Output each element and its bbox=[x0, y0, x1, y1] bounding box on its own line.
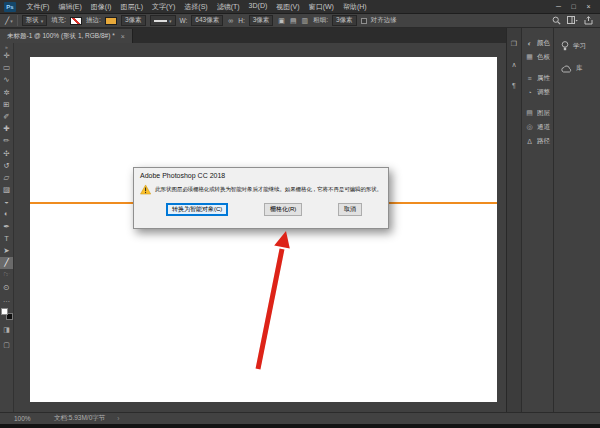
maximize-button[interactable]: □ bbox=[566, 3, 581, 10]
canvas-area: Adobe Photoshop CC 2018 此形状图层必须栅格化或转换为智能… bbox=[14, 43, 506, 412]
screen-mode-icon[interactable]: ▢ bbox=[3, 339, 10, 350]
panel-tab-button[interactable]: Δ路径 bbox=[522, 135, 553, 147]
eraser-tool[interactable]: ▱ bbox=[0, 172, 13, 184]
status-options-chevron-icon[interactable]: › bbox=[117, 415, 119, 422]
stroke-swatch[interactable] bbox=[105, 17, 117, 25]
menubar-item[interactable]: 选择(S) bbox=[180, 2, 212, 12]
menubar-item[interactable]: 帮助(H) bbox=[338, 2, 371, 12]
weight-field[interactable]: 3像素 bbox=[332, 15, 357, 26]
path-arrangement-icon[interactable]: ▥ bbox=[301, 17, 310, 25]
hand-tool[interactable]: ☞ bbox=[0, 269, 13, 281]
tool-options-bar: ╱ ▾ 形状 ▾ 填充: 描边: 3像素 ▾ W: 643像素 ∞ H: 3像素… bbox=[0, 13, 600, 28]
clone-stamp-tool[interactable]: ✣ bbox=[0, 148, 13, 160]
chevron-down-icon: ▾ bbox=[41, 18, 44, 24]
panel-tab-button[interactable]: ▦色板 bbox=[522, 51, 553, 63]
link-dimensions-icon[interactable]: ∞ bbox=[227, 17, 234, 24]
dialog-title: Adobe Photoshop CC 2018 bbox=[140, 172, 382, 179]
panel-tab-button[interactable]: ≡属性 bbox=[522, 72, 553, 84]
menubar-item[interactable]: 图层(L) bbox=[116, 2, 148, 12]
width-label: W: bbox=[180, 17, 188, 24]
search-icon[interactable] bbox=[552, 16, 561, 25]
zoom-level-field[interactable]: 100% bbox=[14, 415, 54, 422]
zoom-tool[interactable]: ⊙ bbox=[0, 282, 13, 294]
foreground-color-swatch[interactable] bbox=[1, 308, 8, 315]
share-icon[interactable] bbox=[584, 16, 593, 25]
quick-mask-icon[interactable]: ◨ bbox=[3, 324, 10, 335]
collapsed-panel-icon-3[interactable]: ¶ bbox=[512, 82, 516, 89]
fill-label: 填充: bbox=[51, 16, 66, 25]
photoshop-logo-icon: Ps bbox=[4, 2, 16, 12]
line-tool-preset-icon[interactable]: ╱ ▾ bbox=[5, 17, 13, 25]
panel-tab-button[interactable]: ◔调整 bbox=[522, 86, 553, 98]
menubar-item[interactable]: 滤镜(T) bbox=[212, 2, 244, 12]
collapsed-panel-icon-2[interactable]: ∧ bbox=[511, 61, 516, 69]
line-style-icon bbox=[154, 20, 167, 22]
stroke-style-dropdown[interactable]: ▾ bbox=[150, 15, 176, 26]
menubar-item[interactable]: 视图(V) bbox=[272, 2, 304, 12]
panel-tab-button[interactable]: ▤图层 bbox=[522, 107, 553, 119]
path-operations-icon[interactable]: ▣ bbox=[277, 17, 286, 25]
eyedropper-tool[interactable]: ✐ bbox=[0, 111, 13, 123]
cancel-button[interactable]: 取消 bbox=[338, 203, 362, 216]
healing-brush-tool[interactable]: ✚ bbox=[0, 123, 13, 135]
document-canvas[interactable] bbox=[30, 57, 497, 402]
gradient-tool[interactable]: ▨ bbox=[0, 184, 13, 196]
marquee-tool[interactable]: ▭ bbox=[0, 62, 13, 74]
dodge-tool[interactable]: ◐ bbox=[0, 208, 13, 220]
path-select-tool[interactable]: ➤ bbox=[0, 245, 13, 257]
menubar-item[interactable]: 文件(F) bbox=[22, 2, 54, 12]
rasterize-button[interactable]: 栅格化(R) bbox=[264, 203, 302, 216]
close-button[interactable]: × bbox=[581, 3, 596, 10]
menubar-item[interactable]: 3D(D) bbox=[244, 2, 272, 12]
workspace-switcher-icon[interactable] bbox=[567, 16, 578, 25]
panel-tab-button[interactable]: ◎通道 bbox=[522, 121, 553, 133]
tool-mode-dropdown[interactable]: 形状 ▾ bbox=[22, 15, 48, 26]
shape-height-field[interactable]: 3像素 bbox=[249, 15, 274, 26]
tools-panel: » ✛▭∿✲⊞✐✚✏✣↺▱▨◒◐✒T➤╱☞⊙… ◨ ▢ bbox=[0, 43, 14, 412]
stroke-width-field[interactable]: 3像素 bbox=[121, 15, 146, 26]
panel-icon: ◐ bbox=[525, 40, 534, 47]
convert-to-smart-object-button[interactable]: 转换为智能对象(C) bbox=[166, 203, 228, 216]
menu-bar: Ps 文件(F)编辑(E)图像(I)图层(L)文字(Y)选择(S)滤镜(T)3D… bbox=[0, 0, 600, 13]
brush-tool[interactable]: ✏ bbox=[0, 135, 13, 147]
chevron-down-icon: ▾ bbox=[10, 18, 13, 24]
type-tool[interactable]: T bbox=[0, 233, 13, 245]
stroke-label: 描边: bbox=[86, 16, 101, 25]
libraries-panel-button[interactable]: 库 bbox=[561, 64, 600, 73]
collapsed-panel-icon-1[interactable]: ❐ bbox=[511, 40, 517, 48]
weight-label: 粗细: bbox=[313, 16, 328, 25]
quick-select-tool[interactable]: ✲ bbox=[0, 87, 13, 99]
history-brush-tool[interactable]: ↺ bbox=[0, 160, 13, 172]
align-edges-checkbox[interactable] bbox=[361, 18, 367, 24]
crop-tool[interactable]: ⊞ bbox=[0, 99, 13, 111]
line-tool[interactable]: ╱ bbox=[0, 257, 13, 269]
blur-tool[interactable]: ◒ bbox=[0, 196, 13, 208]
document-tab-title: 未标题-1 @ 100% (形状 1, RGB/8#) * bbox=[7, 32, 115, 41]
menubar-item[interactable]: 文字(Y) bbox=[147, 2, 179, 12]
more-tools[interactable]: … bbox=[0, 294, 13, 306]
fill-swatch[interactable] bbox=[70, 17, 82, 25]
panel-icon: ▦ bbox=[525, 53, 534, 61]
panel-icon: ≡ bbox=[525, 75, 534, 82]
lasso-tool[interactable]: ∿ bbox=[0, 74, 13, 86]
learn-panel-button[interactable]: 学习 bbox=[561, 41, 600, 51]
close-tab-icon[interactable]: × bbox=[121, 33, 125, 40]
window-controls: ─□× bbox=[551, 3, 596, 10]
pen-tool[interactable]: ✒ bbox=[0, 221, 13, 233]
align-edges-label: 对齐边缘 bbox=[371, 16, 397, 25]
panel-dock: ❐∧¶ ◐颜色▦色板 ≡属性◔调整 ▤图层◎通道Δ路径 学习 bbox=[506, 28, 600, 412]
photoshop-window: Ps 文件(F)编辑(E)图像(I)图层(L)文字(Y)选择(S)滤镜(T)3D… bbox=[0, 0, 600, 428]
menubar-item[interactable]: 编辑(E) bbox=[54, 2, 86, 12]
panel-tab-button[interactable]: ◐颜色 bbox=[522, 37, 553, 49]
move-tool[interactable]: ✛ bbox=[0, 50, 13, 62]
menubar-item[interactable]: 窗口(W) bbox=[304, 2, 338, 12]
document-tab[interactable]: 未标题-1 @ 100% (形状 1, RGB/8#) * × bbox=[0, 29, 133, 43]
status-bar: 100% 文档:5.93M/0字节 › bbox=[0, 412, 600, 424]
minimize-button[interactable]: ─ bbox=[551, 3, 566, 10]
options-bar-right bbox=[552, 16, 595, 25]
separator bbox=[17, 15, 18, 26]
shape-width-field[interactable]: 643像素 bbox=[191, 15, 223, 26]
path-alignment-icon[interactable]: ▤ bbox=[289, 17, 298, 25]
panel-icon: ▤ bbox=[525, 109, 534, 117]
menubar-item[interactable]: 图像(I) bbox=[86, 2, 116, 12]
